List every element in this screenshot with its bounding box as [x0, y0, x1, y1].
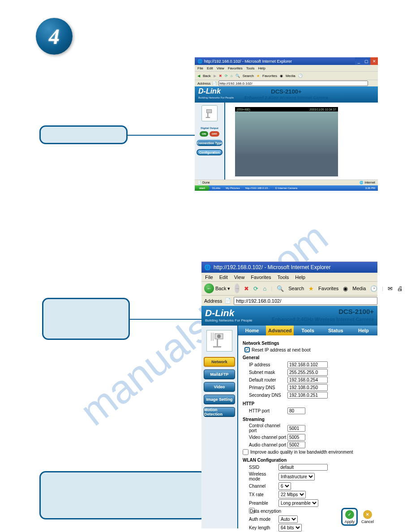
on-button[interactable]: ON	[200, 131, 208, 137]
tab-status[interactable]: Status	[322, 326, 350, 335]
print-icon[interactable]: 🖨	[397, 285, 403, 292]
channel-select[interactable]: 6	[278, 482, 291, 490]
history-icon[interactable]: 🕑	[370, 285, 377, 292]
home-icon[interactable]: ⌂	[263, 285, 266, 292]
tab-home[interactable]: Home	[238, 326, 266, 335]
search-icon[interactable]: 🔍	[235, 74, 240, 78]
media-icon[interactable]: ◉	[343, 285, 348, 292]
apply-highlight: ✓ Apply	[341, 508, 358, 526]
vcp-input[interactable]	[287, 434, 305, 441]
fwd-icon[interactable]: ▶	[214, 74, 216, 78]
menu2-file[interactable]: File	[205, 275, 213, 280]
address2-input[interactable]	[234, 297, 377, 305]
reset-ip-checkbox[interactable]: ✓	[244, 347, 250, 352]
search-label[interactable]: Search	[288, 286, 304, 291]
keylen-select[interactable]: 64 bits	[278, 524, 302, 532]
wmode-select[interactable]: Infrastructure	[278, 473, 315, 481]
menu2-view[interactable]: View	[234, 275, 245, 280]
media-icon[interactable]: ◉	[280, 74, 283, 78]
tb-item-4[interactable]: D Internet Camera	[273, 187, 300, 189]
menu2-favorites[interactable]: Favorites	[251, 275, 271, 280]
wmode-label: Wireless mode	[243, 472, 278, 481]
ccp-input[interactable]	[287, 425, 305, 432]
stop-icon[interactable]: ✖	[244, 285, 249, 292]
mail-icon[interactable]: ✉	[388, 285, 393, 292]
stop-icon[interactable]: ✖	[219, 74, 222, 78]
favorites-label[interactable]: Favorites	[318, 286, 338, 291]
ie2-address-bar: Address 📄	[201, 296, 377, 306]
preamble-select[interactable]: Long preamble	[278, 499, 318, 507]
configuration-button[interactable]: Configuration	[197, 149, 223, 155]
chevron-down-icon[interactable]: ▾	[227, 286, 230, 292]
router-input[interactable]	[287, 377, 328, 383]
httpport-input[interactable]	[287, 408, 305, 414]
favorites-icon[interactable]: ★	[257, 74, 260, 78]
ssid-input[interactable]	[278, 464, 328, 471]
txrate-select[interactable]: 22 Mbps	[278, 491, 306, 498]
ip-input[interactable]	[287, 361, 328, 368]
back-icon[interactable]: ◀	[197, 74, 200, 78]
search-label[interactable]: Search	[243, 74, 254, 78]
status-zone: 🌐 Internet	[360, 181, 375, 184]
acp-input[interactable]	[287, 442, 305, 448]
svg-point-4	[217, 335, 221, 338]
back-label[interactable]: Back	[203, 74, 211, 78]
search-icon[interactable]: 🔍	[277, 285, 284, 292]
refresh-icon[interactable]: ⟳	[225, 74, 228, 78]
tab-tools[interactable]: Tools	[294, 326, 321, 335]
product-subtitle: Enhanced 2.4GHz Wireless Internet Camera	[195, 95, 378, 100]
side-motion-button[interactable]: Motion Detection	[204, 407, 235, 417]
ie2-toolbar: ←Back▾ → ✖ ⟳ ⌂ | 🔍Search ★Favorites ◉Med…	[201, 282, 377, 296]
menu2-edit[interactable]: Edit	[219, 275, 228, 280]
menu2-help[interactable]: Help	[295, 275, 305, 280]
svg-rect-6	[213, 346, 221, 348]
cancel-button[interactable]: ✕ Cancel	[361, 510, 374, 524]
apply-button[interactable]: ✓ Apply	[344, 510, 355, 524]
favorites-label[interactable]: Favorites	[262, 74, 277, 78]
subnet-input[interactable]	[287, 369, 328, 376]
menu-help[interactable]: Help	[258, 66, 265, 70]
history-icon[interactable]: 🕑	[298, 74, 303, 78]
menu2-tools[interactable]: Tools	[278, 275, 289, 280]
sdns-input[interactable]	[287, 392, 328, 399]
p2-body: Network Mail&FTP Video Image Setting Mot…	[201, 326, 377, 528]
min-icon[interactable]: _	[355, 57, 363, 65]
max-icon[interactable]: ▢	[363, 57, 370, 65]
xp-taskbar: start DLinks My Pictures http://192.168.…	[195, 185, 378, 191]
start-button[interactable]: start	[195, 185, 210, 191]
menu-view[interactable]: View	[217, 66, 224, 70]
side-network-button[interactable]: Network	[204, 357, 235, 367]
side-mailftp-button[interactable]: Mail&FTP	[204, 369, 235, 379]
fwd-button[interactable]: →	[235, 283, 240, 293]
side-video-button[interactable]: Video	[204, 382, 235, 392]
tb-item-2[interactable]: My Pictures	[223, 187, 242, 189]
tab-help[interactable]: Help	[350, 326, 377, 335]
menu-tools[interactable]: Tools	[246, 66, 255, 70]
back-button[interactable]: ←Back▾	[204, 283, 230, 293]
address-input[interactable]	[218, 81, 368, 86]
home-icon[interactable]: ⌂	[231, 74, 233, 78]
menu-file[interactable]: File	[197, 66, 203, 70]
ip-label: IP address	[243, 362, 287, 367]
screenshot-1: 🌐 http://192.168.0.102/ - Microsoft Inte…	[195, 57, 378, 191]
tb-item-3[interactable]: http://192.168.0.10...	[243, 187, 273, 189]
menu-favorites[interactable]: Favorites	[228, 66, 243, 70]
improve-audio-checkbox[interactable]	[243, 449, 248, 455]
side-image-button[interactable]: Image Setting	[204, 395, 235, 404]
refresh-icon[interactable]: ⟳	[253, 285, 258, 292]
media-label[interactable]: Media	[286, 74, 295, 78]
pdns-label: Primary DNS	[243, 385, 287, 390]
off-button[interactable]: OFF	[210, 131, 219, 137]
authmode-select[interactable]: Auto	[278, 515, 298, 523]
page2-icon: 📄	[225, 298, 231, 304]
favorites-icon[interactable]: ★	[308, 285, 314, 292]
media-label[interactable]: Media	[352, 286, 366, 291]
pdns-input[interactable]	[287, 384, 328, 391]
close-icon[interactable]: ✕	[370, 57, 378, 65]
menu-edit[interactable]: Edit	[207, 66, 213, 70]
address2-label: Address	[204, 298, 222, 304]
ie2-title-text: http://192.168.0.102/ - Microsoft Intern…	[214, 264, 330, 270]
tab-advanced[interactable]: Advanced	[266, 326, 294, 335]
tb-item-1[interactable]: DLinks	[210, 187, 223, 189]
connection-type-button[interactable]: Connection Type	[197, 140, 223, 146]
